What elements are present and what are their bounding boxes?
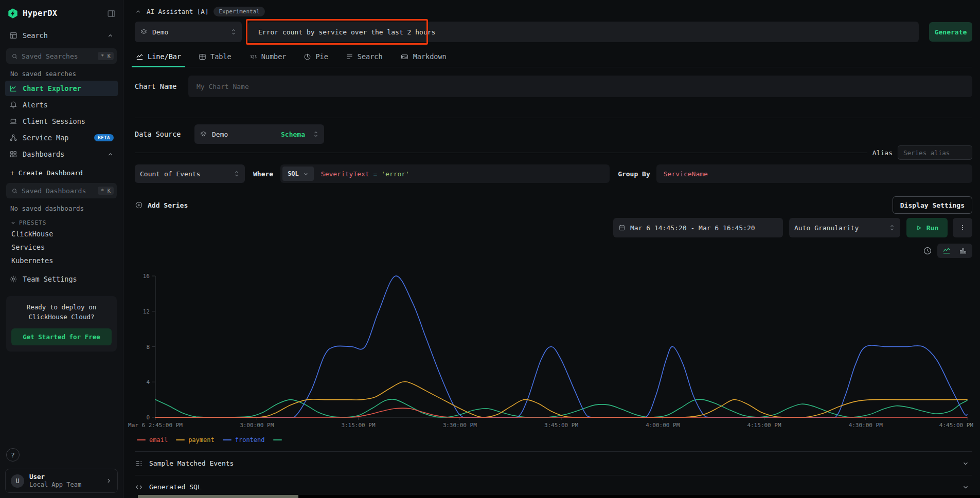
clickhouse-cloud-promo: Ready to deploy on ClickHouse Cloud? Get… xyxy=(6,296,117,352)
where-expression: SeverityText = 'error' xyxy=(321,170,409,178)
tab-pie[interactable]: Pie xyxy=(302,52,329,67)
user-menu[interactable]: U User Local App Team xyxy=(5,469,118,493)
aggregation-value: Count of Events xyxy=(140,170,200,178)
x-tick-label: 3:45:00 PM xyxy=(544,422,579,429)
legend-dash-icon xyxy=(137,439,146,440)
sidebar-footer: ? U User Local App Team xyxy=(5,448,118,493)
gear-icon xyxy=(9,275,17,283)
sidebar-item-chart-explorer[interactable]: Chart Explorer xyxy=(5,81,118,96)
data-source-row: Data Source Demo Schema xyxy=(135,124,972,144)
tab-table[interactable]: Table xyxy=(198,52,233,67)
collapse-sidebar-icon[interactable] xyxy=(107,9,116,18)
x-tick-label: 3:30:00 PM xyxy=(443,422,477,429)
get-started-button[interactable]: Get Started for Free xyxy=(11,328,112,345)
x-tick-label: Mar 6 2:45:00 PM xyxy=(128,422,183,429)
data-source-select[interactable]: Demo Schema xyxy=(194,124,324,144)
run-button[interactable]: Run xyxy=(906,218,948,237)
chevron-up-icon[interactable] xyxy=(135,8,141,15)
sidebar-item-alerts[interactable]: Alerts xyxy=(5,97,118,113)
x-tick-label: 4:30:00 PM xyxy=(849,422,883,429)
preset-kubernetes[interactable]: Kubernetes xyxy=(5,254,118,267)
tab-markdown[interactable]: Markdown xyxy=(399,52,448,67)
sql-token: 'error' xyxy=(381,170,409,178)
chevron-updown-icon xyxy=(230,28,237,35)
dashboards-grid-icon xyxy=(9,150,17,158)
legend-item[interactable]: frontend xyxy=(223,436,265,444)
create-dashboard-button[interactable]: + Create Dashboard xyxy=(5,162,118,178)
x-tick-label: 4:15:00 PM xyxy=(747,422,781,429)
logo-row: HyperDX xyxy=(5,6,118,21)
alias-label: Alias xyxy=(872,149,893,157)
experimental-badge: Experimental xyxy=(213,7,264,16)
saved-searches-input[interactable]: Saved Searches * K xyxy=(6,48,117,64)
user-team: Local App Team xyxy=(29,481,100,489)
sidebar-item-dashboards[interactable]: Dashboards xyxy=(5,146,118,162)
saved-dashboards-input[interactable]: Saved Dashboards * K xyxy=(6,183,117,198)
where-input[interactable]: SQL SeverityText = 'error' xyxy=(280,164,610,183)
tab-search[interactable]: Search xyxy=(345,52,384,67)
bar-chart-toggle-icon[interactable] xyxy=(957,246,969,256)
presets-header[interactable]: PRESETS xyxy=(5,214,118,227)
legend-dash-icon xyxy=(176,439,185,440)
table-icon xyxy=(199,53,206,61)
layers-icon xyxy=(140,28,148,36)
aggregation-select[interactable]: Count of Events xyxy=(135,164,245,183)
pie-chart-icon xyxy=(304,53,311,61)
group-by-input[interactable]: ServiceName xyxy=(656,164,972,183)
add-series-button[interactable]: Add Series xyxy=(135,201,188,209)
more-options-button[interactable] xyxy=(953,218,972,237)
legend-item[interactable]: payment xyxy=(176,436,215,444)
time-range-picker[interactable]: Mar 6 14:45:20 - Mar 6 16:45:20 xyxy=(613,218,783,237)
alias-input[interactable] xyxy=(898,145,972,160)
tab-line-bar[interactable]: Line/Bar xyxy=(135,52,182,67)
alias-row: Alias xyxy=(135,145,972,160)
hyperdx-logo-icon xyxy=(7,8,19,19)
saved-searches-placeholder: Saved Searches xyxy=(22,52,94,60)
ai-source-select[interactable]: Demo xyxy=(135,22,242,42)
play-icon xyxy=(916,225,922,231)
series-line-unnamed xyxy=(155,399,967,417)
promo-text: Ready to deploy on ClickHouse Cloud? xyxy=(11,302,112,322)
saved-dashboards-placeholder: Saved Dashboards xyxy=(22,187,94,195)
sample-matched-events-section[interactable]: Sample Matched Events xyxy=(135,452,972,475)
schema-link[interactable]: Schema xyxy=(281,131,305,138)
tab-number[interactable]: Number xyxy=(248,52,288,67)
chart-name-input[interactable] xyxy=(188,76,972,97)
granularity-select[interactable]: Auto Granularity xyxy=(789,218,900,237)
chart-type-toggle xyxy=(937,244,972,258)
code-icon xyxy=(135,483,143,491)
clock-icon[interactable] xyxy=(923,246,932,255)
add-series-label: Add Series xyxy=(148,201,188,209)
legend-item[interactable] xyxy=(273,439,282,440)
ai-source-value: Demo xyxy=(152,28,168,36)
sidebar-item-label: Chart Explorer xyxy=(23,84,114,93)
sidebar-item-client-sessions[interactable]: Client Sessions xyxy=(5,114,118,129)
generate-button[interactable]: Generate xyxy=(929,22,972,42)
actions-row: Add Series Display Settings xyxy=(135,196,972,214)
plus-circle-icon xyxy=(135,201,143,209)
data-source-value: Demo xyxy=(212,131,228,138)
markdown-icon xyxy=(400,53,409,61)
sql-mode-select[interactable]: SQL xyxy=(282,167,314,181)
line-chart[interactable]: 0481216Mar 6 2:45:00 PM3:00:00 PM3:15:00… xyxy=(135,263,972,433)
bell-icon xyxy=(9,101,17,109)
sidebar-item-team-settings[interactable]: Team Settings xyxy=(5,271,118,287)
ai-prompt-input[interactable] xyxy=(248,22,919,42)
legend-item[interactable]: email xyxy=(137,436,168,444)
y-tick-label: 0 xyxy=(146,414,150,421)
series-line-frontend xyxy=(155,276,967,417)
help-button[interactable]: ? xyxy=(6,448,20,462)
preset-clickhouse[interactable]: ClickHouse xyxy=(5,227,118,241)
sidebar-item-service-map[interactable]: Service Map BETA xyxy=(5,130,118,145)
divider xyxy=(135,118,972,118)
display-settings-button[interactable]: Display Settings xyxy=(893,196,972,214)
screen-edge-strip xyxy=(298,495,980,498)
dots-vertical-icon xyxy=(959,224,966,232)
sidebar-item-search[interactable]: Search xyxy=(5,28,118,43)
ai-controls-row: Demo Generate xyxy=(135,22,972,42)
line-chart-toggle-icon[interactable] xyxy=(940,246,953,256)
ai-assistant-header: AI Assistant [A] Experimental xyxy=(135,6,972,16)
search-icon xyxy=(11,188,18,194)
preset-services[interactable]: Services xyxy=(5,241,118,254)
ai-assistant-title: AI Assistant [A] xyxy=(147,8,208,15)
